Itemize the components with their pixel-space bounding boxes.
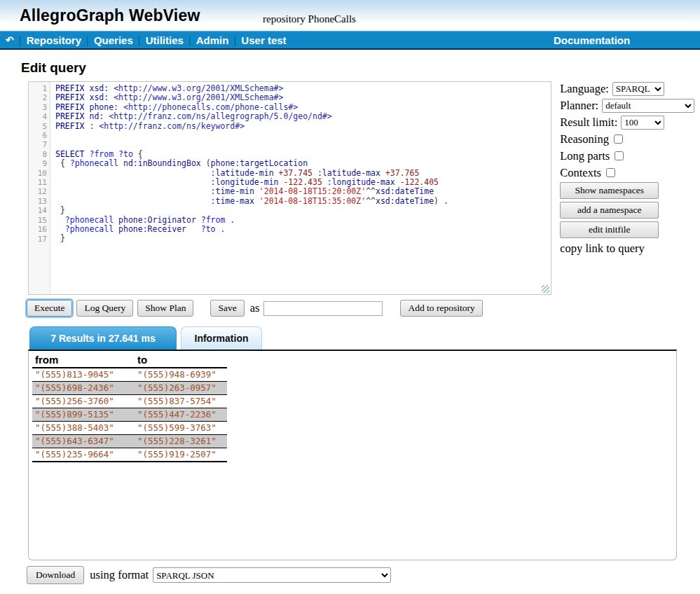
line-number: 5 xyxy=(29,122,47,131)
results-tab-bar: 7 Results in 27.641 ms Information xyxy=(29,326,700,350)
line-number: 15 xyxy=(29,216,47,225)
code-line: :time-min '2014-08-18T15:20:00Z'^^xsd:da… xyxy=(55,187,549,196)
repository-label: repository PhoneCalls xyxy=(263,13,356,25)
line-number: 10 xyxy=(29,169,47,178)
table-cell: "(555)447-2236" xyxy=(135,408,227,422)
log-query-button[interactable]: Log Query xyxy=(76,300,133,317)
main-navbar: ↶ | Repository | Queries | Utilities | A… xyxy=(0,31,700,50)
table-cell: "(555)899-5135" xyxy=(32,408,135,422)
code-line xyxy=(55,131,549,140)
table-cell: "(555)263-0957" xyxy=(135,382,227,395)
code-line: PREFIX xsd: <http://www.w3.org/2001/XMLS… xyxy=(55,93,549,102)
code-line: PREFIX : <http://franz.com/ns/keyword#> xyxy=(55,122,549,131)
line-numbers: 1234567891011121314151617 xyxy=(29,82,50,294)
table-cell: "(555)256-3760" xyxy=(32,395,135,408)
table-cell: "(555)813-9045" xyxy=(32,368,135,382)
query-options-sidebar: Language: SPARQL Planner: default Result… xyxy=(560,81,700,295)
add-namespace-button[interactable]: add a namespace xyxy=(560,202,659,219)
code-line: PREFIX nd: <http://franz.com/ns/allegrog… xyxy=(55,112,549,121)
line-number: 14 xyxy=(29,206,47,215)
tab-information[interactable]: Information xyxy=(181,326,262,350)
nav-item-repository[interactable]: Repository xyxy=(27,34,81,46)
table-row: "(555)388-5403""(555)599-3763" xyxy=(32,422,227,435)
line-number: 13 xyxy=(29,197,47,206)
code-line xyxy=(55,140,549,149)
tab-results[interactable]: 7 Results in 27.641 ms xyxy=(29,326,177,350)
line-number: 4 xyxy=(29,112,47,121)
table-cell: "(555)698-2436" xyxy=(32,382,135,395)
table-cell: "(555)643-6347" xyxy=(32,435,135,448)
table-row: "(555)235-9664""(555)919-2507" xyxy=(32,448,227,462)
planner-select[interactable]: default xyxy=(602,99,694,113)
code-line: SELECT ?from ?to { xyxy=(55,150,549,159)
execute-button[interactable]: Execute xyxy=(27,300,72,317)
line-number: 3 xyxy=(29,103,47,112)
column-header-to: to xyxy=(135,353,227,368)
nav-item-queries[interactable]: Queries xyxy=(94,34,133,46)
table-cell: "(555)948-6939" xyxy=(135,368,227,382)
code-line: :time-max '2014-08-18T15:35:00Z'^^xsd:da… xyxy=(55,197,549,206)
save-button[interactable]: Save xyxy=(210,300,244,317)
line-number: 8 xyxy=(29,150,47,159)
nav-item-utilities[interactable]: Utilities xyxy=(146,34,184,46)
long-parts-checkbox[interactable] xyxy=(615,151,624,160)
code-line: { ?phonecall nd:inBoundingBox (phone:tar… xyxy=(55,159,549,168)
editor-row: 1234567891011121314151617 PREFIX xsd: <h… xyxy=(28,81,700,295)
code-line: ?phonecall phone:Originator ?from . xyxy=(55,216,549,225)
table-cell: "(555)235-9664" xyxy=(32,448,135,462)
format-select[interactable]: SPARQL JSON xyxy=(153,567,391,583)
download-button[interactable]: Download xyxy=(27,566,84,584)
line-number: 11 xyxy=(29,178,47,187)
reasoning-row: Reasoning xyxy=(560,132,700,146)
result-limit-select[interactable]: 100 xyxy=(621,116,664,130)
line-number: 9 xyxy=(29,159,47,168)
editor-resize-handle[interactable] xyxy=(542,285,549,293)
planner-label: Planner: xyxy=(560,99,598,113)
query-editor[interactable]: 1234567891011121314151617 PREFIX xsd: <h… xyxy=(28,81,551,295)
add-to-repository-button[interactable]: Add to repository xyxy=(400,300,482,317)
line-number: 7 xyxy=(29,140,47,149)
table-cell: "(555)388-5403" xyxy=(32,422,135,435)
language-label: Language: xyxy=(560,82,609,96)
nav-separator: | xyxy=(188,34,191,46)
show-plan-button[interactable]: Show Plan xyxy=(137,300,193,317)
back-arrow-icon[interactable]: ↶ xyxy=(6,34,14,46)
page-header: AllegroGraph WebView repository PhoneCal… xyxy=(0,0,700,31)
copy-link-to-query[interactable]: copy link to query xyxy=(560,242,700,256)
reasoning-checkbox[interactable] xyxy=(614,134,623,144)
result-limit-row: Result limit: 100 xyxy=(560,115,700,130)
table-row: "(555)899-5135""(555)447-2236" xyxy=(32,408,227,422)
contexts-label: Contexts xyxy=(560,166,601,180)
table-row: "(555)813-9045""(555)948-6939" xyxy=(32,368,227,382)
save-name-input[interactable] xyxy=(263,301,383,316)
code-lines[interactable]: PREFIX xsd: <http://www.w3.org/2001/XMLS… xyxy=(51,82,551,294)
long-parts-label: Long parts xyxy=(560,149,610,163)
line-number: 6 xyxy=(29,131,47,140)
line-number: 17 xyxy=(29,235,47,244)
code-line: } xyxy=(55,234,549,243)
nav-item-user-test[interactable]: User test xyxy=(241,34,286,46)
table-row: "(555)698-2436""(555)263-0957" xyxy=(32,382,227,395)
nav-item-documentation[interactable]: Documentation xyxy=(554,34,630,46)
language-select[interactable]: SPARQL xyxy=(612,82,664,96)
app-title: AllegroGraph WebView xyxy=(20,6,200,25)
code-line: :longitude-min -122.435 :longitude-max -… xyxy=(55,178,549,187)
language-row: Language: SPARQL xyxy=(560,81,700,96)
contexts-checkbox[interactable] xyxy=(606,168,615,177)
nav-item-admin[interactable]: Admin xyxy=(196,34,229,46)
table-cell: "(555)228-3261" xyxy=(135,435,227,448)
show-namespaces-button[interactable]: Show namespaces xyxy=(560,182,659,199)
table-row: "(555)256-3760""(555)837-5754" xyxy=(32,395,227,408)
nav-separator: | xyxy=(138,34,141,46)
planner-row: Planner: default xyxy=(560,98,700,113)
download-bar: Download using format SPARQL JSON xyxy=(27,566,700,584)
save-as-label: as xyxy=(250,301,260,315)
action-bar: Execute Log Query Show Plan Save as Add … xyxy=(27,300,700,317)
line-number: 1 xyxy=(29,84,47,93)
results-tbody: "(555)813-9045""(555)948-6939""(555)698-… xyxy=(32,368,227,462)
result-limit-label: Result limit: xyxy=(560,116,617,130)
line-number: 16 xyxy=(29,225,47,234)
results-table: from to "(555)813-9045""(555)948-6939""(… xyxy=(32,353,227,462)
edit-initfile-button[interactable]: edit initfile xyxy=(560,221,659,238)
table-cell: "(555)837-5754" xyxy=(135,395,227,408)
